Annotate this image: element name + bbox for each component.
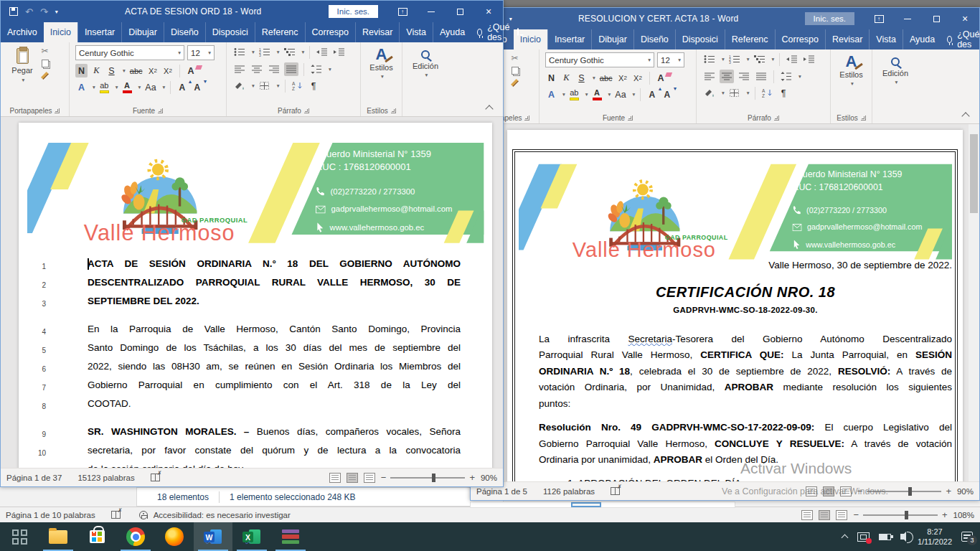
print-layout-button[interactable] bbox=[347, 473, 358, 483]
strikethrough-button[interactable]: abc bbox=[128, 64, 144, 77]
title-bar[interactable]: ↶ ↷ ▾ RESOLUCION Y CERT. ACTA 18 - Word … bbox=[471, 8, 979, 29]
document-page[interactable]: GAD PARROQUIAL Valle Hermoso Acuerdo Min… bbox=[19, 123, 492, 468]
zoom-slider[interactable]: −+ bbox=[853, 509, 947, 520]
font-size-combo[interactable]: 12▾ bbox=[657, 52, 684, 67]
collapse-ribbon-button[interactable] bbox=[963, 111, 969, 118]
collapse-ribbon-button[interactable] bbox=[486, 104, 493, 110]
subscript-button[interactable]: X2 bbox=[617, 71, 629, 85]
word-count[interactable]: 1126 palabras bbox=[543, 487, 595, 496]
decrease-indent-button[interactable] bbox=[315, 45, 329, 59]
numbering-button[interactable]: 123 bbox=[258, 45, 272, 59]
increase-indent-button[interactable] bbox=[332, 45, 347, 59]
change-case-button[interactable]: Aa bbox=[613, 88, 627, 101]
styles-button[interactable]: AEstilos▾ bbox=[831, 52, 872, 87]
show-paragraph-marks-button[interactable]: ¶ bbox=[778, 86, 790, 100]
font-size-combo[interactable]: 12▾ bbox=[187, 45, 215, 60]
ribbon-display-options-button[interactable]: ↑ bbox=[388, 1, 417, 22]
justify-button[interactable] bbox=[754, 70, 768, 83]
accessibility-status[interactable]: Accesibilidad: es necesario investigar bbox=[154, 511, 291, 519]
styles-dialog-launcher[interactable] bbox=[861, 116, 866, 121]
vertical-scrollbar[interactable] bbox=[969, 124, 979, 481]
align-center-button[interactable] bbox=[720, 70, 734, 83]
zoom-slider[interactable]: −+ bbox=[381, 472, 475, 483]
minimize-button[interactable] bbox=[417, 1, 446, 22]
page-indicator[interactable]: Página 1 de 5 bbox=[476, 487, 527, 496]
format-painter-button[interactable] bbox=[41, 72, 49, 80]
numbering-button[interactable]: 123 bbox=[727, 52, 742, 66]
text-effects-button[interactable]: A bbox=[545, 88, 557, 101]
grow-font-button[interactable]: A▲ bbox=[646, 88, 658, 101]
action-center-icon[interactable]: 3 bbox=[961, 532, 973, 542]
tab-insertar[interactable]: Insertar bbox=[547, 29, 591, 50]
taskbar-microsoft-store[interactable] bbox=[77, 522, 116, 551]
shrink-font-button[interactable]: A▼ bbox=[661, 88, 673, 101]
underline-button[interactable]: S bbox=[575, 71, 588, 85]
save-button[interactable] bbox=[9, 7, 18, 16]
bullets-button[interactable] bbox=[232, 45, 247, 59]
zoom-slider[interactable]: −+ bbox=[857, 486, 951, 496]
horizontal-scrollbar[interactable] bbox=[470, 501, 735, 508]
web-layout-button[interactable] bbox=[836, 510, 847, 520]
proofing-error-icon[interactable] bbox=[151, 474, 160, 481]
clear-formatting-button[interactable]: A bbox=[185, 64, 197, 77]
accessibility-icon[interactable] bbox=[139, 511, 148, 519]
sort-button[interactable]: AZ bbox=[291, 79, 305, 93]
font-color-button[interactable]: A bbox=[591, 88, 603, 101]
taskbar-chrome[interactable] bbox=[116, 522, 155, 551]
styles-button[interactable]: AEstilos▾ bbox=[361, 45, 402, 80]
zoom-level[interactable]: 90% bbox=[957, 487, 974, 496]
font-dialog-launcher[interactable] bbox=[158, 108, 163, 113]
tab-inicio[interactable]: Inicio bbox=[44, 22, 77, 42]
tab-revisar[interactable]: Revisar bbox=[355, 22, 399, 42]
clock[interactable]: 8:271/11/2022 bbox=[918, 527, 952, 547]
web-layout-button[interactable] bbox=[840, 486, 852, 496]
sign-in-button[interactable]: Inic. ses. bbox=[329, 5, 378, 18]
word-count[interactable]: 15123 palabras bbox=[77, 474, 134, 482]
redo-button[interactable]: ↷ bbox=[40, 7, 48, 17]
tab-revisar[interactable]: Revisar bbox=[825, 29, 869, 50]
taskbar-file-explorer[interactable] bbox=[39, 522, 77, 551]
scrollbar-thumb[interactable] bbox=[970, 134, 978, 213]
close-button[interactable]: × bbox=[474, 1, 503, 22]
font-name-combo[interactable]: Century Gothic▾ bbox=[545, 52, 654, 67]
start-button[interactable] bbox=[0, 522, 39, 551]
align-center-button[interactable] bbox=[250, 62, 264, 76]
undo-button[interactable]: ↶ bbox=[25, 7, 33, 17]
zoom-level[interactable]: 90% bbox=[481, 474, 497, 482]
tab-diseno[interactable]: Diseño bbox=[164, 22, 205, 42]
underline-button[interactable]: S bbox=[105, 64, 118, 77]
word-count[interactable]: 0 palabras bbox=[57, 511, 95, 519]
font-color-button[interactable]: A bbox=[121, 80, 133, 94]
tell-me-search[interactable]: ¿Qué des bbox=[941, 29, 980, 50]
text-effects-button[interactable]: A bbox=[75, 80, 88, 94]
tab-diseno[interactable]: Diseño bbox=[633, 29, 675, 50]
sort-button[interactable]: AZ bbox=[760, 86, 775, 100]
shrink-font-button[interactable]: A▼ bbox=[191, 80, 203, 94]
superscript-button[interactable]: X2 bbox=[632, 71, 644, 85]
bold-button[interactable]: N bbox=[75, 64, 88, 77]
copy-button[interactable] bbox=[42, 60, 49, 67]
font-dialog-launcher[interactable] bbox=[628, 116, 633, 121]
taskbar-winrar[interactable] bbox=[271, 522, 310, 551]
tab-vista[interactable]: Vista bbox=[869, 29, 903, 50]
print-layout-button[interactable] bbox=[819, 510, 830, 520]
document-area[interactable]: GAD PARROQUIAL Valle Hermoso Acuerdo Min… bbox=[471, 124, 979, 481]
tab-referencias[interactable]: Referenc bbox=[255, 22, 305, 42]
page-indicator[interactable]: Página 1 de 1 bbox=[6, 511, 57, 519]
tab-ayuda[interactable]: Ayuda bbox=[903, 29, 941, 50]
page-indicator[interactable]: Página 1 de 37 bbox=[6, 474, 62, 482]
editing-button[interactable]: Edición▾ bbox=[402, 45, 448, 78]
paste-button[interactable]: Pegar▾ bbox=[6, 45, 38, 83]
maximize-button[interactable] bbox=[446, 1, 474, 22]
increase-indent-button[interactable] bbox=[802, 52, 816, 66]
justify-button[interactable] bbox=[284, 62, 298, 76]
scrollbar-thumb[interactable] bbox=[571, 502, 601, 507]
tab-disposicion[interactable]: Disposici bbox=[675, 29, 725, 50]
superscript-button[interactable]: X2 bbox=[162, 64, 174, 77]
taskbar-excel[interactable]: X bbox=[232, 522, 271, 551]
taskbar-word[interactable]: W bbox=[194, 522, 232, 551]
borders-button[interactable] bbox=[258, 79, 272, 93]
close-button[interactable]: × bbox=[951, 8, 979, 29]
strikethrough-button[interactable]: abc bbox=[598, 71, 614, 85]
document-text[interactable]: 1ACTA DE SESIÓN ORDINARIA N.° 18 DEL GOB… bbox=[19, 256, 492, 468]
